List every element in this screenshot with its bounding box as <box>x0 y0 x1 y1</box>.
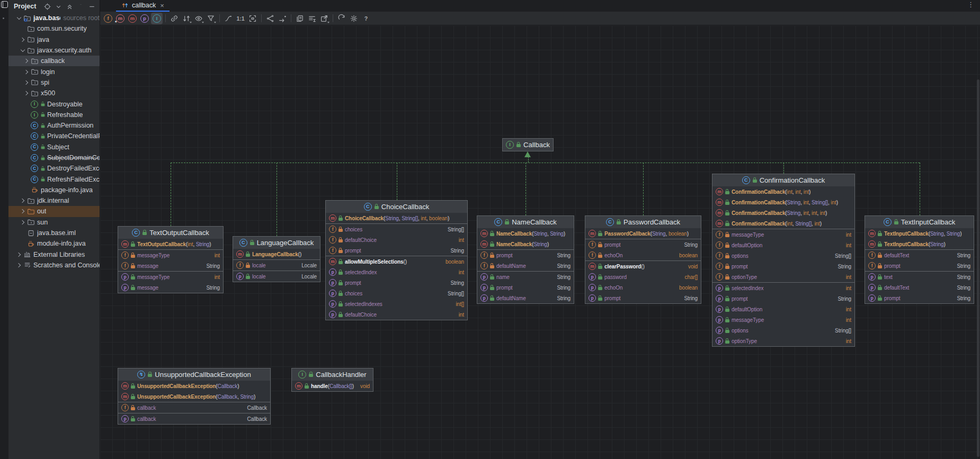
member-row[interactable]: mChoiceCallback(String, String[], int, b… <box>326 213 467 223</box>
help-button[interactable]: ? <box>360 13 372 24</box>
show-fields-toggle[interactable]: f <box>102 13 114 24</box>
tree-item-jdk-internal[interactable]: jdk.internal <box>8 195 100 206</box>
refresh-button[interactable] <box>336 13 348 24</box>
tree-item-destroyfailedexce[interactable]: CDestroyFailedExce <box>8 163 100 174</box>
member-row[interactable]: mConfirmationCallback(int, int, int) <box>712 186 854 197</box>
vertical-scrollbar[interactable] <box>977 79 979 457</box>
member-row[interactable]: pdefaultOptionint <box>712 304 854 314</box>
tree-item-callback[interactable]: callback <box>8 56 100 66</box>
tree-item-out[interactable]: out <box>8 206 100 217</box>
show-methods-toggle[interactable]: m <box>127 13 138 24</box>
tab-close-icon[interactable]: × <box>160 2 164 9</box>
member-row[interactable]: ppromptString <box>585 293 701 303</box>
member-row[interactable]: fdefaultTextString <box>865 250 974 260</box>
tree-item-refreshfailedexce[interactable]: CRefreshFailedExce <box>8 174 100 184</box>
member-row[interactable]: pdefaultTextString <box>865 282 974 293</box>
member-row[interactable]: fpromptString <box>477 250 574 260</box>
tab-bar-options-icon[interactable]: ⋮ <box>967 1 975 8</box>
member-row[interactable]: ptextString <box>865 272 974 282</box>
tree-item-java[interactable]: java <box>8 34 100 45</box>
member-row[interactable]: fmessageTypeint <box>712 229 854 240</box>
hide-panel-button[interactable] <box>87 2 96 11</box>
class-header-unsupportedcallbackexception[interactable]: ↯UnsupportedCallbackException <box>118 368 270 381</box>
chevron-open-icon[interactable] <box>15 17 23 19</box>
class-header-textinputcallback[interactable]: CTextInputCallback <box>865 216 974 228</box>
member-row[interactable]: mclearPassword()void <box>585 261 701 272</box>
member-row[interactable]: mLanguageCallback() <box>233 249 320 259</box>
member-row[interactable]: pselectedIndexesint[] <box>326 299 467 309</box>
member-row[interactable]: mTextInputCallback(String, String) <box>865 228 974 239</box>
node-callback[interactable]: ICallback <box>502 138 554 151</box>
tree-item-privatecredentialpe[interactable]: CPrivateCredentialPe <box>8 131 100 141</box>
visibility-level-button[interactable] <box>193 13 204 24</box>
member-row[interactable]: fchoicesString[] <box>326 224 467 235</box>
class-header-callback[interactable]: ICallback <box>503 139 553 151</box>
member-row[interactable]: mNameCallback(String, String) <box>477 228 574 239</box>
member-row[interactable]: pmessageString <box>118 282 223 293</box>
member-row[interactable]: fmessageString <box>118 260 223 271</box>
member-row[interactable]: mUnsupportedCallbackException(Callback, … <box>118 391 270 402</box>
class-header-textoutputcallback[interactable]: CTextOutputCallback <box>118 227 223 239</box>
tree-item-java-base-iml[interactable]: java.base.iml <box>8 228 100 238</box>
chevron-closed-icon[interactable] <box>19 199 26 202</box>
class-node-passwordcallback[interactable]: CPasswordCallbackmPasswordCallback(Strin… <box>585 215 701 304</box>
tree-item-java-base[interactable]: java.basesources root <box>8 13 100 23</box>
class-node-languagecallback[interactable]: CLanguageCallbackmLanguageCallback()floc… <box>233 236 320 282</box>
member-row[interactable]: mConfirmationCallback(String, int, Strin… <box>712 197 854 208</box>
tree-item-authpermission[interactable]: CAuthPermission <box>8 120 100 131</box>
export-diagram-button[interactable] <box>318 13 330 24</box>
tree-item-com-sun-security[interactable]: com.sun.security <box>8 23 100 34</box>
show-dependencies-button[interactable] <box>168 13 180 24</box>
tree-item-destroyable[interactable]: IDestroyable <box>8 98 100 109</box>
sort-members-button[interactable] <box>181 13 192 24</box>
member-row[interactable]: pdefaultNameString <box>477 293 574 303</box>
member-row[interactable]: mConfirmationCallback(String, int, int, … <box>712 208 854 218</box>
member-row[interactable]: fdefaultOptionint <box>712 240 854 250</box>
tree-item-javax-security-auth[interactable]: javax.security.auth <box>8 45 100 56</box>
class-node-callbackhandler[interactable]: ICallbackHandlermhandle(Callback[])void <box>291 368 373 392</box>
tree-item-refreshable[interactable]: IRefreshable <box>8 110 100 120</box>
tree-item-module-info-java[interactable]: module-info.java <box>8 238 100 249</box>
fit-content-button[interactable] <box>247 13 259 24</box>
actual-size-button[interactable]: 1:1 <box>235 13 246 24</box>
member-row[interactable]: fpromptString <box>712 261 854 272</box>
class-node-confirmationcallback[interactable]: CConfirmationCallbackmConfirmationCallba… <box>712 174 855 347</box>
member-row[interactable]: pselectedIndexint <box>712 283 854 293</box>
member-row[interactable]: fdefaultChoiceint <box>326 235 467 245</box>
member-row[interactable]: mallowMultipleSelections()boolean <box>326 256 467 267</box>
tree-item-external-libraries[interactable]: External Libraries <box>8 249 100 260</box>
chevron-closed-icon[interactable] <box>23 92 30 95</box>
route-edges-button[interactable] <box>277 13 288 24</box>
class-node-namecallback[interactable]: CNameCallbackmNameCallback(String, Strin… <box>477 215 574 304</box>
member-row[interactable]: ppromptString <box>477 282 574 293</box>
member-row[interactable]: ppromptString <box>865 293 974 303</box>
member-row[interactable]: fdefaultNameString <box>477 260 574 271</box>
member-row[interactable]: ppasswordchar[] <box>585 272 701 282</box>
class-node-textinputcallback[interactable]: CTextInputCallbackmTextInputCallback(Str… <box>865 215 974 304</box>
member-row[interactable]: mTextInputCallback(String) <box>865 239 974 249</box>
edge-labels-button[interactable] <box>306 13 318 24</box>
chevron-closed-icon[interactable] <box>23 81 30 84</box>
member-row[interactable]: mUnsupportedCallbackException(Callback) <box>118 381 270 391</box>
show-constructors-toggle[interactable]: m* <box>114 13 126 24</box>
tab-callback[interactable]: callback × <box>116 0 170 12</box>
class-node-unsupportedcallbackexception[interactable]: ↯UnsupportedCallbackExceptionmUnsupporte… <box>118 368 271 425</box>
tree-item-scratches-and-consoles[interactable]: Scratches and Consoles <box>8 260 100 271</box>
chevron-closed-icon[interactable] <box>15 264 23 267</box>
member-row[interactable]: pchoicesString[] <box>326 288 467 299</box>
member-row[interactable]: mhandle(Callback[])void <box>292 381 373 391</box>
chevron-closed-icon[interactable] <box>19 210 26 213</box>
filter-button[interactable] <box>205 13 217 24</box>
class-node-textoutputcallback[interactable]: CTextOutputCallbackmTextOutputCallback(i… <box>118 226 224 293</box>
tree-item-x500[interactable]: x500 <box>8 88 100 98</box>
member-row[interactable]: fpromptString <box>865 260 974 271</box>
chevron-open-icon[interactable] <box>19 49 26 51</box>
member-row[interactable]: pdefaultChoiceint <box>326 309 467 320</box>
member-row[interactable]: fmessageTypeint <box>118 250 223 260</box>
apply-layout-button[interactable] <box>264 13 276 24</box>
class-header-passwordcallback[interactable]: CPasswordCallback <box>585 216 701 228</box>
tree-item-package-info-java[interactable]: package-info.java <box>8 185 100 195</box>
member-row[interactable]: foptionsString[] <box>712 250 854 261</box>
tree-item-login[interactable]: login <box>8 66 100 77</box>
expand-button[interactable] <box>54 2 63 11</box>
